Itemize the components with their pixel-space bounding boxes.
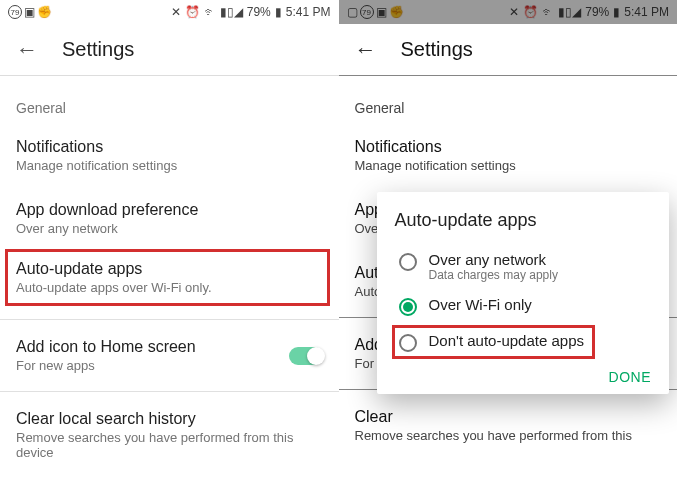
wifi-icon: ᯤ xyxy=(542,5,554,19)
row-sub: For new apps xyxy=(16,358,323,373)
app-badge-icon: ▣ xyxy=(376,5,387,19)
row-title: Auto-update apps xyxy=(16,260,319,278)
radio-label: Over Wi-Fi only xyxy=(429,296,532,313)
row-sub: Manage notification settings xyxy=(355,158,662,173)
radio-dont-auto-update[interactable]: Don't auto-update apps xyxy=(395,328,592,356)
toggle-add-icon[interactable] xyxy=(289,347,323,365)
row-download-pref[interactable]: App download preference Over any network xyxy=(0,187,339,250)
radio-icon xyxy=(399,253,417,271)
app-bar: ← Settings xyxy=(0,24,339,76)
radio-over-any-network[interactable]: Over any network Data charges may apply xyxy=(395,245,664,288)
row-sub: Auto-update apps over Wi-Fi only. xyxy=(16,280,319,295)
battery-icon: ▮ xyxy=(613,5,620,19)
done-button[interactable]: DONE xyxy=(609,369,651,385)
status-bar: 79 ▣ ✊ ✕ ⏰ ᯤ ▮▯◢ 79% ▮ 5:41 PM xyxy=(0,0,339,24)
row-clear-history: Clear Remove searches you have performed… xyxy=(339,394,678,457)
row-sub: Remove searches you have performed from … xyxy=(16,430,323,460)
vibrate-icon: ✕ xyxy=(509,5,519,19)
back-icon[interactable]: ← xyxy=(16,37,38,63)
clock-text: 5:41 PM xyxy=(624,5,669,19)
row-title: Notifications xyxy=(16,138,323,156)
vibrate-icon: ✕ xyxy=(171,5,181,19)
row-sub: Over any network xyxy=(16,221,323,236)
back-icon[interactable]: ← xyxy=(355,37,377,63)
app-bar: ← Settings xyxy=(339,24,678,76)
row-title: Clear xyxy=(355,408,662,426)
dialog-title: Auto-update apps xyxy=(395,210,664,231)
dialog-auto-update: Auto-update apps Over any network Data c… xyxy=(377,192,670,394)
row-clear-history[interactable]: Clear local search history Remove search… xyxy=(0,396,339,474)
row-notifications: Notifications Manage notification settin… xyxy=(339,124,678,187)
divider xyxy=(0,319,339,320)
radio-icon xyxy=(399,298,417,316)
section-general: General xyxy=(0,84,339,124)
row-title: App download preference xyxy=(16,201,323,219)
alarm-icon: ⏰ xyxy=(523,5,538,19)
wifi-icon: ᯤ xyxy=(204,5,216,19)
radio-label: Over any network xyxy=(429,251,558,268)
row-sub: Remove searches you have performed from … xyxy=(355,428,662,443)
row-add-icon[interactable]: Add icon to Home screen For new apps xyxy=(0,324,339,387)
radio-label: Don't auto-update apps xyxy=(429,332,584,349)
row-title: Notifications xyxy=(355,138,662,156)
page-title: Settings xyxy=(401,38,473,61)
radio-wifi-only[interactable]: Over Wi-Fi only xyxy=(395,290,664,322)
notif-badge-icon: 79 xyxy=(360,5,374,19)
gallery-icon: ▢ xyxy=(347,5,358,19)
signal-icon: ▮▯◢ xyxy=(220,5,243,19)
signal-icon: ▮▯◢ xyxy=(558,5,581,19)
radio-sub: Data charges may apply xyxy=(429,268,558,282)
battery-text: 79% xyxy=(247,5,271,19)
row-auto-update[interactable]: Auto-update apps Auto-update apps over W… xyxy=(6,250,329,305)
row-sub: Manage notification settings xyxy=(16,158,323,173)
alarm-icon: ⏰ xyxy=(185,5,200,19)
section-general: General xyxy=(339,84,678,124)
screen-autoupdate-dialog: ▢ 79 ▣ ✊ ✕ ⏰ ᯤ ▮▯◢ 79% ▮ 5:41 PM ← Setti… xyxy=(339,0,678,500)
row-notifications[interactable]: Notifications Manage notification settin… xyxy=(0,124,339,187)
app-badge-icon: ▣ xyxy=(24,5,35,19)
page-title: Settings xyxy=(62,38,134,61)
screen-settings-list: 79 ▣ ✊ ✕ ⏰ ᯤ ▮▯◢ 79% ▮ 5:41 PM ← Setting… xyxy=(0,0,339,500)
battery-text: 79% xyxy=(585,5,609,19)
hand-icon: ✊ xyxy=(389,5,404,19)
status-bar: ▢ 79 ▣ ✊ ✕ ⏰ ᯤ ▮▯◢ 79% ▮ 5:41 PM xyxy=(339,0,678,24)
battery-icon: ▮ xyxy=(275,5,282,19)
radio-icon xyxy=(399,334,417,352)
notif-badge-icon: 79 xyxy=(8,5,22,19)
hand-icon: ✊ xyxy=(37,5,52,19)
row-title: Add icon to Home screen xyxy=(16,338,323,356)
row-title: Clear local search history xyxy=(16,410,323,428)
divider xyxy=(0,391,339,392)
clock-text: 5:41 PM xyxy=(286,5,331,19)
